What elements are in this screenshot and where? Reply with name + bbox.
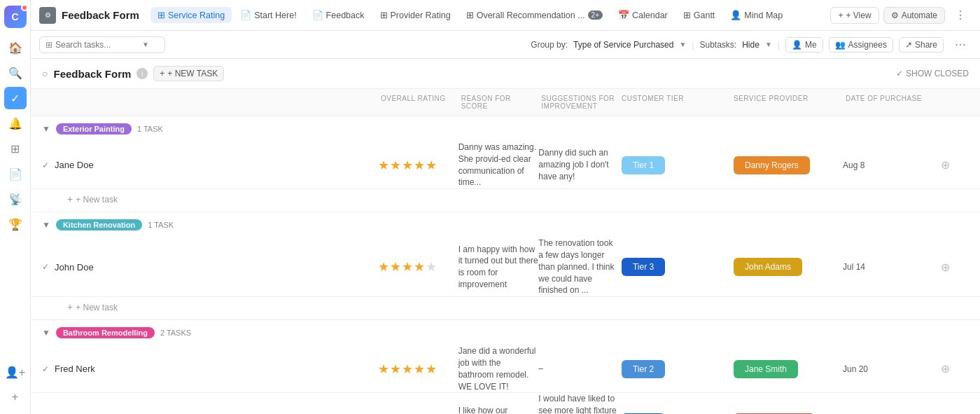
page-header: ○ Feedback Form i + + NEW TASK ✓ SHOW CL… (31, 59, 980, 89)
group-by-value[interactable]: Type of Service Purchased (573, 40, 673, 50)
task-tier-1-0: Tier 3 (619, 255, 731, 279)
tab-gantt[interactable]: ⊞ Gantt (676, 7, 722, 23)
group-chevron-1: ▼ (42, 220, 50, 230)
icon-sidebar: C 🏠 🔍 ✓ 🔔 ⊞ 📄 📡 🏆 👤+ + (0, 0, 31, 414)
group-header-2[interactable]: ▼ Bathroom Remodelling 2 TASKS (31, 320, 980, 345)
tier-badge-1-0: Tier 3 (622, 258, 665, 276)
add-view-button[interactable]: + + View (830, 7, 878, 24)
tab-start-here[interactable]: 📄 Start Here! (233, 7, 303, 23)
tab-overall-recommendation[interactable]: ⊞ Overall Recommendation ... 2+ (459, 7, 610, 23)
automate-label: Automate (902, 11, 937, 20)
new-task-row-1[interactable]: ++ New task (31, 297, 980, 319)
chevron-down-icon[interactable]: ▼ (142, 41, 149, 48)
assignees-button[interactable]: 👥 Assignees (829, 37, 893, 53)
me-label: Me (805, 40, 817, 50)
task-add-icon-0-0[interactable]: ⊕ (941, 158, 969, 172)
overall-rec-badge: 2+ (588, 11, 603, 20)
show-closed-button[interactable]: ✓ SHOW CLOSED (896, 69, 969, 78)
group-header-0[interactable]: ▼ Exterior Painting 1 TASK (31, 116, 980, 142)
group-header-1[interactable]: ▼ Kitchen Renovation 1 TASK (31, 212, 980, 237)
group-by-chevron[interactable]: ▼ (679, 41, 686, 48)
sidebar-icon-add[interactable]: + (4, 386, 27, 408)
sidebar-icon-home[interactable]: 🏠 (4, 36, 27, 59)
tab-calendar[interactable]: 📅 Calendar (611, 7, 675, 23)
provider-badge-2-0: Jane Smith (734, 360, 798, 378)
header-more-icon[interactable]: ⋮ (949, 4, 972, 27)
task-name-2-0[interactable]: Fred Nerk (55, 364, 95, 374)
page-info-icon[interactable]: i (136, 68, 148, 79)
task-add-icon-2-0[interactable]: ⊕ (941, 362, 969, 375)
star-3: ★ (414, 361, 425, 377)
assignees-icon: 👥 (835, 40, 846, 50)
provider-badge-0-0: Danny Rogers (734, 156, 810, 174)
task-date-2-0: Jun 20 (843, 364, 941, 374)
app-logo[interactable]: C (4, 6, 27, 28)
task-provider-2-1: James Johnson (731, 410, 843, 414)
sidebar-icon-signal[interactable]: 📡 (4, 188, 27, 210)
share-button[interactable]: ↗ Share (899, 37, 944, 53)
main-area: ⚙ Feedback Form ⊞ Service Rating 📄 Start… (31, 0, 980, 414)
star-3: ★ (414, 158, 425, 173)
tab-feedback-label: Feedback (326, 11, 365, 20)
tab-calendar-label: Calendar (632, 11, 668, 20)
subtasks-chevron[interactable]: ▼ (765, 41, 772, 48)
automate-button[interactable]: ⚙ Automate (883, 7, 945, 24)
tab-feedback[interactable]: 📄 Feedback (305, 7, 372, 23)
col-overall-rating: Overall Rating (378, 89, 458, 116)
tab-provider-rating[interactable]: ⊞ Provider Rating (373, 7, 458, 23)
tab-mind-map[interactable]: 👤 Mind Map (723, 7, 790, 23)
task-provider-2-0: Jane Smith (731, 357, 843, 381)
share-icon: ↗ (905, 40, 912, 50)
sidebar-icon-trophy[interactable]: 🏆 (4, 213, 27, 235)
task-name-1-0[interactable]: John Doe (55, 262, 94, 272)
task-name-cell-1-0: ✓ John Doe (42, 256, 378, 278)
subtasks-label: Subtasks: (700, 40, 737, 50)
new-task-row-0[interactable]: ++ New task (31, 189, 980, 212)
task-reason-0-0: Danny was amazing. She provid-ed clear c… (458, 142, 539, 188)
me-button[interactable]: 👤 Me (785, 37, 823, 53)
tab-service-rating[interactable]: ⊞ Service Rating (150, 7, 232, 23)
provider-badge-1-0: John Adams (734, 258, 802, 276)
search-area[interactable]: ⊞ ▼ (39, 36, 165, 53)
table-column-headers: Overall Rating Reason for Score Suggesti… (31, 89, 980, 116)
task-add-icon-1-0[interactable]: ⊕ (941, 261, 969, 274)
star-0: ★ (378, 361, 389, 377)
task-stars-0-0: ★★★★★ (378, 158, 458, 173)
sidebar-icon-search[interactable]: 🔍 (4, 62, 27, 84)
group-badge-2: Bathroom Remodelling (56, 327, 155, 338)
sidebar-icon-add-user[interactable]: 👤+ (4, 361, 27, 383)
new-task-button[interactable]: + + NEW TASK (153, 66, 224, 81)
check-icon: ✓ (896, 69, 903, 78)
task-suggestions-2-0: – (538, 363, 619, 375)
group-badge-0: Exterior Painting (56, 123, 132, 134)
star-4: ★ (426, 361, 437, 377)
star-0: ★ (378, 259, 389, 275)
star-0: ★ (378, 158, 389, 173)
star-1: ★ (390, 158, 401, 173)
tab-gantt-label: Gantt (694, 11, 715, 20)
page-circle-icon: ○ (42, 68, 48, 79)
group-count-2: 2 TASKS (160, 329, 191, 337)
group-chevron-2: ▼ (42, 328, 50, 338)
sidebar-icon-notifications[interactable]: 🔔 (4, 112, 27, 134)
tab-start-here-label: Start Here! (254, 11, 296, 20)
star-2: ★ (402, 259, 413, 275)
separator2: | (778, 40, 780, 50)
sidebar-icon-doc[interactable]: 📄 (4, 163, 27, 185)
more-options-icon[interactable]: ⋯ (949, 34, 972, 56)
task-check-icon: ✓ (42, 262, 49, 272)
new-task-label: + NEW TASK (167, 69, 218, 78)
task-row-0-0: ✓ Jane Doe ★★★★★ Danny was amazing. She … (31, 142, 980, 189)
start-here-icon: 📄 (240, 10, 251, 20)
task-row-2-1: ✓ Juan Perez ★★★★★ I like how our bathro… (31, 393, 980, 414)
tab-overall-rec-label: Overall Recommendation ... (477, 11, 585, 20)
subtasks-value[interactable]: Hide (742, 40, 760, 50)
sidebar-icon-tasks[interactable]: ✓ (4, 87, 27, 109)
assignees-label: Assignees (848, 40, 887, 50)
task-name-0-0[interactable]: Jane Doe (55, 160, 94, 170)
add-view-icon: + (838, 11, 843, 20)
search-input[interactable] (55, 40, 139, 50)
sidebar-icon-grid[interactable]: ⊞ (4, 137, 27, 160)
new-task-plus-1: + (67, 301, 73, 312)
tab-service-rating-label: Service Rating (168, 11, 225, 20)
